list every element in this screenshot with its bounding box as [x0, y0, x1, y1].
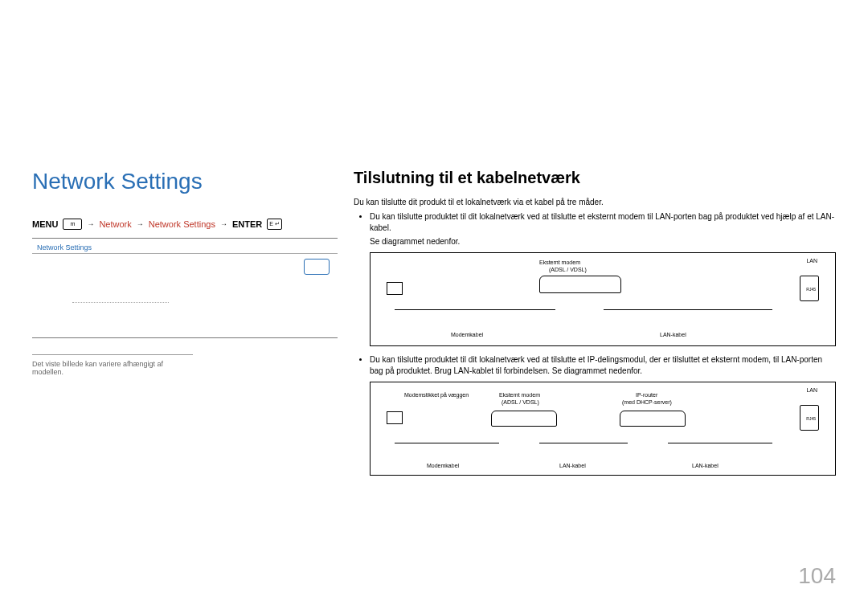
cable-line	[668, 443, 772, 443]
d2-router-sublabel: (med DHCP-server)	[622, 399, 672, 405]
d2-modem-sublabel: (ADSL / VDSL)	[502, 399, 539, 405]
diagram-2: Modemstikket på væggen Eksternt modem (A…	[370, 382, 836, 476]
arrow-icon: →	[220, 220, 227, 228]
menu-path: MENU m → Network → Network Settings → EN…	[32, 219, 338, 230]
external-modem-icon	[539, 276, 621, 293]
d1-rj-label: RJ45	[806, 287, 816, 292]
d2-lan-label: LAN	[806, 387, 817, 393]
wall-plate-icon	[387, 282, 403, 295]
section-title: Tilslutning til et kabelnetværk	[354, 169, 836, 187]
page-title: Network Settings	[32, 169, 338, 194]
menu-icon: m	[63, 219, 82, 230]
page-number: 104	[798, 563, 836, 589]
path-network: Network	[99, 219, 131, 229]
d2-cable-b: LAN-kabel	[559, 463, 586, 468]
d1-lan-label: LAN	[806, 258, 817, 264]
external-modem-icon	[491, 411, 557, 427]
d2-wall-label: Modemstikket på væggen	[404, 392, 469, 398]
ip-router-icon	[620, 411, 686, 427]
d2-router-label: IP-router	[636, 392, 657, 398]
intro-text: Du kan tilslutte dit produkt til et loka…	[354, 197, 836, 208]
d2-cable-c: LAN-kabel	[692, 463, 719, 468]
d1-cable-left: Modemkabel	[451, 332, 483, 337]
d2-modem-label: Eksternt modem	[499, 392, 540, 398]
d2-cable-a: Modemkabel	[427, 463, 459, 468]
menu-button-label: MENU	[32, 219, 58, 229]
cable-line	[395, 443, 499, 443]
enter-button-label: ENTER	[232, 219, 262, 229]
bullet-1: Du kan tilslutte produktet til dit lokal…	[370, 211, 836, 234]
cable-line	[395, 309, 555, 310]
arrow-icon: →	[137, 220, 144, 228]
wall-plate-icon	[387, 411, 403, 424]
cable-line	[604, 309, 772, 310]
enter-icon: E ↵	[267, 219, 282, 230]
decorative-line	[72, 302, 169, 303]
settings-window-title: Network Settings	[32, 242, 338, 254]
bullet-2: Du kan tilslutte produktet til dit lokal…	[370, 354, 836, 377]
d2-rj-label: RJ45	[806, 416, 816, 421]
arrow-icon: →	[87, 220, 94, 228]
path-network-settings: Network Settings	[149, 219, 215, 229]
play-icon	[304, 259, 330, 275]
d1-cable-right: LAN-kabel	[660, 332, 686, 337]
d1-modem-label: Eksternt modem	[539, 260, 580, 265]
d1-modem-sublabel: (ADSL / VDSL)	[549, 267, 587, 272]
cable-line	[539, 443, 628, 443]
diagram-1: Eksternt modem (ADSL / VDSL) LAN RJ45 Mo…	[370, 252, 836, 346]
settings-window: Network Settings	[32, 238, 338, 338]
bullet-1-sub: Se diagrammet nedenfor.	[370, 237, 836, 246]
model-note: Det viste billede kan variere afhængigt …	[32, 354, 193, 376]
